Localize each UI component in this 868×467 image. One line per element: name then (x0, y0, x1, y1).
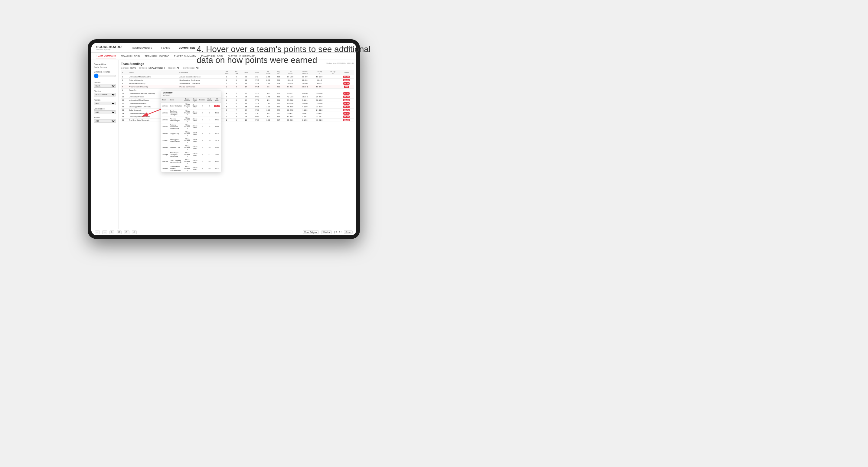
gender-select[interactable]: Men's (94, 84, 116, 88)
cell-rank: 22 (121, 105, 128, 108)
cell-vs-top-25: 46-5-0 (312, 82, 327, 85)
toolbar-refresh[interactable]: ⟳ (110, 230, 114, 234)
table-row[interactable]: 2 Auburn University Southeastern Confere… (121, 79, 354, 82)
cell-points[interactable]: 88.41 (339, 105, 354, 108)
toolbar-undo[interactable]: ↩ (95, 230, 100, 234)
tt-cell-type: Stroke Play (191, 165, 198, 172)
table-header: # School Conference ConfRank NoTour Rnds… (121, 70, 354, 75)
toolbar-time[interactable]: ⊙ (132, 230, 137, 234)
table-row[interactable]: 21 University of Alabama Southeastern Co… (121, 102, 354, 105)
cell-points[interactable]: 88.89 (339, 115, 354, 119)
cell-wins (251, 89, 262, 92)
tt-col-rank-impact: Rank Impact (206, 97, 213, 102)
sidebar-region: Region N/A (94, 99, 116, 105)
cell-rank: 26 (121, 119, 128, 122)
cell-points[interactable]: 93.31 (339, 79, 354, 82)
cell-adj-score: 1.22 (262, 119, 274, 122)
cell-points[interactable]: 88.94 (339, 119, 354, 122)
cell-points[interactable]: 97.03 (339, 75, 354, 79)
tooltip-header: UniversityUniversity (161, 90, 221, 97)
toolbar-layout[interactable]: ⊡· (124, 230, 129, 234)
cell-overall-record: 9-14-0 (298, 119, 312, 122)
filter-conference: Conference: All (183, 67, 198, 69)
table-row[interactable]: 22 Mississippi State University Southeas… (121, 105, 354, 108)
cell-points[interactable]: 83.07 (339, 92, 354, 95)
nav-committee[interactable]: COMMITTEE (178, 46, 196, 50)
cell-rank: 18 (121, 92, 128, 95)
minimum-rounds-slider[interactable] (94, 73, 116, 78)
sub-nav-team-summary[interactable]: TEAM SUMMARY (96, 54, 116, 58)
filter-division-value: NCAA Division I (149, 67, 164, 69)
toolbar-expand-icon[interactable]: ⛶ (339, 231, 341, 233)
cell-points[interactable]: 90.35 (339, 82, 354, 85)
cell-wins: 272 (251, 75, 262, 79)
cell-overall-record: 29-4-0 (298, 79, 312, 82)
table-row[interactable]: 19 University of Texas Big 12 Conference… (121, 95, 354, 99)
table-row[interactable]: 24 University of Oregon Pac-12 Conferenc… (121, 112, 354, 115)
cell-conf-rank (221, 89, 232, 92)
cell-avg-sg: 267 (274, 119, 283, 122)
cell-vs-top-25: 19-21-0 (312, 119, 327, 122)
conference-select[interactable]: (All) (94, 111, 116, 114)
cell-points[interactable]: 88.70 (339, 95, 354, 99)
toolbar-view[interactable]: View: Original (303, 230, 319, 234)
table-row[interactable]: 4 Arizona State University Pac-12 Confer… (121, 85, 354, 89)
cell-conf-rank: 5 (221, 112, 232, 115)
table-row[interactable]: 1 University of North Carolina Atlantic … (121, 75, 354, 79)
cell-points[interactable]: 79.61 (339, 112, 354, 115)
tt-cell-rank-impact: +0 (206, 158, 213, 165)
tt-cell-team: Univers. (161, 117, 169, 123)
nav-tournaments[interactable]: TOURNAMENTS (130, 46, 153, 50)
sub-nav-team-h2h-grid[interactable]: TEAM H2H GRID (121, 54, 140, 58)
cell-vs-top-50 (327, 89, 339, 92)
table-row[interactable]: 5 Texas T... (121, 89, 354, 92)
sub-nav-player-summary[interactable]: PLAYER SUMMARY (174, 54, 196, 58)
cell-points[interactable]: 88.48 (339, 102, 354, 105)
tt-cell-rank-impact: +5 (206, 123, 213, 130)
cell-points[interactable]: 79.5 (339, 85, 354, 89)
toolbar-watch[interactable]: Watch ▾ (321, 230, 332, 234)
table-row[interactable]: 26 The Ohio State University Big Ten Con… (121, 119, 354, 122)
sub-nav-team-h2h-heatmap[interactable]: TEAM H2H HEATMAP (145, 54, 169, 58)
tt-cell-type: Stroke Play (191, 151, 198, 158)
toolbar-grid[interactable]: ⊞ (117, 230, 122, 234)
cell-no-tour: 8 (232, 85, 241, 89)
cell-rank: 20 (121, 99, 128, 102)
sidebar-conference-label: Conference (94, 108, 116, 110)
cell-points[interactable]: 88.49 (339, 99, 354, 102)
cell-wins: 278.6 (251, 105, 262, 108)
tt-cell-team: East Tei (161, 158, 169, 165)
tt-cell-event: OFCC Fighting Illini Invitational (169, 158, 183, 165)
nav-teams[interactable]: TEAMS (160, 46, 172, 50)
table-row[interactable]: 23 Duke University Atlantic Coast Confer… (121, 108, 354, 112)
toolbar-redo[interactable]: ↪ (102, 230, 107, 234)
division-select[interactable]: NCAA Division I (94, 93, 116, 96)
filter-conference-value: All (196, 67, 198, 69)
table-row[interactable]: 3 Vanderbilt University Southeastern Con… (121, 82, 354, 85)
col-conf-rank: ConfRank (221, 70, 232, 75)
cell-points[interactable]: 88.71 (339, 108, 354, 112)
cell-avg-sg: 265 (274, 85, 283, 89)
filter-division-label: Division: (140, 67, 147, 69)
tooltip-popup: UniversityUniversity Team Event Event Di… (161, 90, 221, 173)
school-select[interactable]: (All) (94, 119, 116, 123)
cell-rnds: 24 (241, 108, 251, 112)
region-select[interactable]: N/A (94, 102, 116, 105)
table-row[interactable]: 20 University of New Mexico Mountain Wes… (121, 99, 354, 102)
table-row[interactable]: 18 University of California, Berkeley Pa… (121, 92, 354, 95)
tooltip-row: Univers. National Invitational Tournamen… (161, 123, 221, 130)
cell-conf-rank: 2 (221, 85, 232, 89)
cell-adj-score: 1.45 (262, 95, 274, 99)
toolbar-comment-icon[interactable]: 💬 (334, 231, 337, 234)
cell-points[interactable] (339, 89, 354, 92)
toolbar-share[interactable]: Share (344, 230, 353, 234)
tooltip-row: Univers. Copper Cup NCAA Division I Matc… (161, 130, 221, 137)
tt-cell-event: Williams Cup (169, 144, 183, 151)
tt-cell-w-points: 119.63 (213, 102, 221, 110)
filter-row: Gender: Men's Division: NCAA Division I … (121, 67, 354, 69)
table-row[interactable]: 25 University of North Florida ASUN Conf… (121, 115, 354, 119)
cell-wins: 272.5 (251, 79, 262, 82)
tt-col-type: Event Type (191, 97, 198, 102)
tt-cell-type: Stroke Play (191, 117, 198, 123)
tt-cell-event: The Cypress Point Classic (169, 137, 183, 144)
